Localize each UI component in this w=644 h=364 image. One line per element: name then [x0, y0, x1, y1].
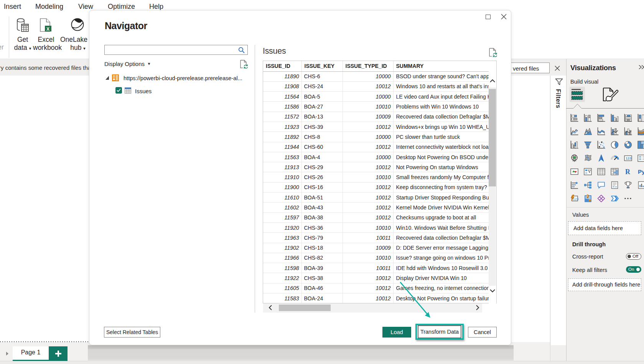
svg-text:X: X: [46, 26, 49, 32]
svg-text:Py: Py: [638, 168, 644, 175]
svg-text:R: R: [625, 168, 631, 176]
svg-text:123: 123: [626, 156, 631, 160]
